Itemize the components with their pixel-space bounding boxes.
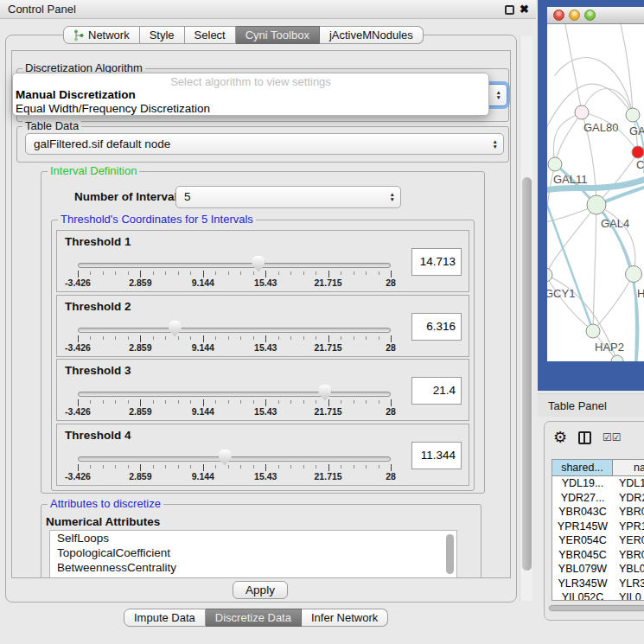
number-of-intervals-spinner[interactable]: 5 ▲▼ xyxy=(175,186,401,208)
cell-shared-name[interactable]: YBR043C xyxy=(552,505,613,520)
threshold-4-value-field[interactable]: 11.344 xyxy=(411,442,462,469)
network-canvas[interactable]: GAL80GACGAL11GAL4GCY1HHAP2 xyxy=(547,24,644,361)
cell-name[interactable]: YBR0 xyxy=(613,548,644,563)
table-row[interactable]: YDR27...YDR2 xyxy=(552,491,644,506)
column-header-name[interactable]: na xyxy=(613,460,644,475)
tab-network[interactable]: Network xyxy=(63,26,140,44)
popup-option-manual-discretization[interactable]: Manual Discretization xyxy=(16,88,136,101)
table-row[interactable]: YLR345WYLR3 xyxy=(552,577,644,591)
table-row[interactable]: YPR145WYPR1 xyxy=(552,520,644,534)
cell-name[interactable]: YLR3 xyxy=(613,577,644,591)
cell-name[interactable]: YBL0 xyxy=(613,562,644,577)
attribute-list-item[interactable]: BetweennessCentrality xyxy=(50,560,456,575)
slider-tick-label: 9.144 xyxy=(192,342,214,353)
gear-icon[interactable]: ⚙ xyxy=(553,429,567,446)
zoom-traffic-light-icon[interactable] xyxy=(584,10,596,21)
tab-style[interactable]: Style xyxy=(140,26,185,44)
slider-tick-label: 2.859 xyxy=(129,406,151,417)
list-scrollbar-thumb[interactable] xyxy=(446,534,454,574)
cell-name[interactable]: YPR1 xyxy=(613,520,644,534)
table-row[interactable]: YDL19...YDL1 xyxy=(552,476,644,491)
threshold-3-slider-track[interactable] xyxy=(78,392,391,397)
cell-name[interactable]: YDL1 xyxy=(613,476,644,491)
tab-impute-data[interactable]: Impute Data xyxy=(124,609,206,627)
threshold-3-value-field[interactable]: 21.4 xyxy=(411,377,462,405)
cyni-toolbox-panel: Discretization Algorithm ▲▼ Table Data g… xyxy=(5,35,517,603)
threshold-2-slider-track[interactable] xyxy=(78,328,391,333)
threshold-2-value-field[interactable]: 6.316 xyxy=(411,313,462,341)
network-node[interactable] xyxy=(632,146,644,158)
control-panel-titlebar: Control Panel ✖ xyxy=(0,0,536,19)
slider-ticks xyxy=(78,271,392,277)
network-node[interactable] xyxy=(626,108,640,122)
tab-jactivemnodules[interactable]: jActiveMNodules xyxy=(320,26,424,44)
combo-stepper-icon[interactable]: ▲▼ xyxy=(493,134,498,154)
slider-tick-label: -3.426 xyxy=(65,342,91,353)
numerical-attributes-list[interactable]: SelfLoopsTopologicalCoefficientBetweenne… xyxy=(49,530,457,578)
network-node[interactable] xyxy=(626,266,642,283)
threshold-1-slider-track[interactable] xyxy=(78,263,391,268)
column-header-shared-name[interactable]: shared... xyxy=(552,460,613,475)
network-node[interactable] xyxy=(547,268,552,282)
panel-scrollbar[interactable] xyxy=(520,36,532,601)
network-window-titlebar[interactable] xyxy=(547,7,644,24)
control-panel-tabbar: Network Style Select Cyni Toolbox jActiv… xyxy=(63,26,424,44)
cell-shared-name[interactable]: YBR045C xyxy=(552,548,613,563)
table-row[interactable]: YER054CYER0 xyxy=(552,533,644,548)
node-table[interactable]: shared... na YDL19...YDL1YDR27...YDR2YBR… xyxy=(552,459,644,601)
minimize-traffic-light-icon[interactable] xyxy=(569,10,580,21)
network-node[interactable] xyxy=(587,195,606,214)
tab-select[interactable]: Select xyxy=(185,26,236,44)
table-panel-header: Table Panel xyxy=(538,393,644,417)
threshold-3-box: Threshold 3 -3.4262.8599.14415.4321.7152… xyxy=(56,359,469,421)
attributes-group-title: Attributes to discretize xyxy=(48,497,163,510)
table-data-combobox[interactable]: galFiltered.sif default node ▲▼ xyxy=(25,133,504,155)
tab-discretize-data[interactable]: Discretize Data xyxy=(206,609,302,627)
slider-tick-label: 9.144 xyxy=(192,406,214,417)
table-row[interactable]: YBR043CYBR0 xyxy=(552,505,644,520)
cell-shared-name[interactable]: YDR27... xyxy=(552,491,613,506)
network-node-label: HAP2 xyxy=(595,341,624,354)
close-traffic-light-icon[interactable] xyxy=(553,10,564,21)
cell-name[interactable]: YBR0 xyxy=(613,505,644,520)
cell-name[interactable]: YDR2 xyxy=(613,491,644,506)
table-row[interactable]: YBR045CYBR0 xyxy=(552,548,644,563)
apply-button[interactable]: Apply xyxy=(233,581,288,599)
tab-cyni-toolbox[interactable]: Cyni Toolbox xyxy=(236,26,320,44)
threshold-1-value-field[interactable]: 14.713 xyxy=(411,248,462,276)
cell-shared-name[interactable]: YLR345W xyxy=(552,577,613,591)
network-node[interactable] xyxy=(575,105,589,119)
thresholds-group-title: Threshold's Coordinates for 5 Intervals xyxy=(58,213,256,226)
attribute-list-item[interactable]: TopologicalCoefficient xyxy=(50,545,456,560)
float-window-icon[interactable] xyxy=(505,5,514,15)
cell-shared-name[interactable]: YIL052C xyxy=(552,590,613,601)
cell-shared-name[interactable]: YPR145W xyxy=(552,520,613,534)
cell-shared-name[interactable]: YER054C xyxy=(552,533,613,548)
cell-name[interactable]: YIL0 xyxy=(613,590,644,601)
cell-shared-name[interactable]: YBL079W xyxy=(552,562,613,577)
slider-tick-label: 15.43 xyxy=(254,406,277,417)
panel-scrollbar-thumb[interactable] xyxy=(522,177,532,571)
cell-name[interactable]: YER0 xyxy=(613,533,644,548)
network-node[interactable] xyxy=(548,157,562,171)
table-row[interactable]: YIL052CYIL0 xyxy=(552,590,644,601)
tab-infer-network[interactable]: Infer Network xyxy=(302,609,388,627)
attribute-list-item[interactable]: SelfLoops xyxy=(50,531,456,545)
cell-shared-name[interactable]: YDL19... xyxy=(552,476,613,491)
slider-tick-label: 9.144 xyxy=(192,277,214,288)
slider-tick-label: 15.43 xyxy=(254,277,277,288)
table-horizontal-scrollbar[interactable] xyxy=(548,604,644,612)
select-checkboxes-icon[interactable]: ☑☑ xyxy=(603,431,622,443)
table-hscrollbar-thumb[interactable] xyxy=(549,605,644,611)
slider-tick-label: 9.144 xyxy=(192,471,214,481)
network-node-label: GAL4 xyxy=(601,217,629,230)
column-selector-icon[interactable] xyxy=(578,431,591,444)
combo-stepper-icon[interactable]: ▲▼ xyxy=(496,85,501,105)
popup-option-equal-width-frequency[interactable]: Equal Width/Frequency Discretization xyxy=(16,102,210,115)
network-node-label: H xyxy=(637,287,644,300)
table-row[interactable]: YBL079WYBL0 xyxy=(552,562,644,577)
threshold-4-slider-track[interactable] xyxy=(78,456,391,462)
spinner-stepper-icon[interactable]: ▲▼ xyxy=(390,187,395,207)
close-icon[interactable]: ✖ xyxy=(520,0,529,18)
network-node[interactable] xyxy=(586,324,600,338)
